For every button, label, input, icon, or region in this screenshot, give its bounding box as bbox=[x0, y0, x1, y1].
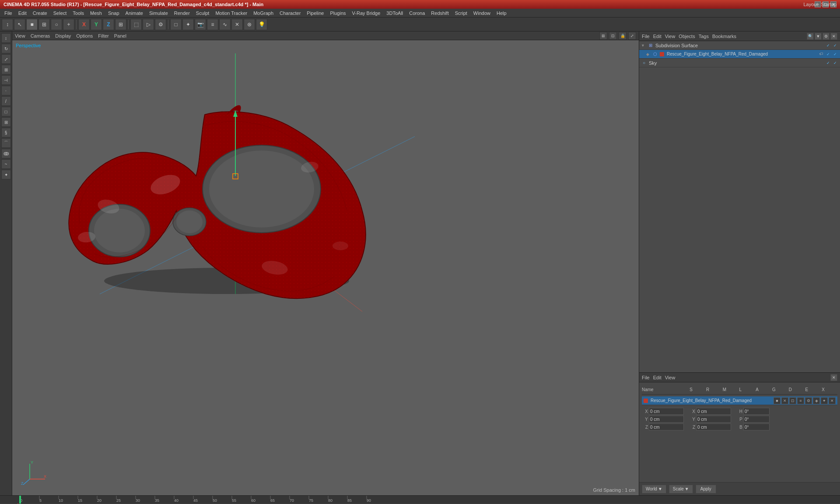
attr-icon-3[interactable]: ⊡ bbox=[789, 397, 796, 404]
menu-window[interactable]: Window bbox=[471, 10, 493, 17]
left-tool-move[interactable]: ↕ bbox=[1, 33, 11, 43]
attr-close-icon[interactable]: ✕ bbox=[830, 374, 837, 381]
p-input[interactable] bbox=[743, 416, 770, 423]
menu-snap[interactable]: Snap bbox=[105, 10, 122, 17]
obj-menu-edit[interactable]: Edit bbox=[653, 34, 662, 39]
viewport-menu-view[interactable]: View bbox=[15, 33, 25, 38]
toolbar-null[interactable]: ✕ bbox=[231, 19, 243, 30]
left-tool-mirror[interactable]: ⊣ bbox=[1, 75, 11, 85]
object-row-sky[interactable]: ○ Sky ✓ ✓ bbox=[639, 59, 840, 67]
toolbar-floor[interactable]: ≡ bbox=[207, 19, 218, 30]
x-rot-input[interactable] bbox=[696, 408, 731, 415]
menu-select[interactable]: Select bbox=[51, 10, 70, 17]
scale-button[interactable]: Scale ▼ bbox=[669, 485, 693, 494]
toolbar-select-btn[interactable]: ↖ bbox=[14, 19, 25, 30]
world-button[interactable]: World ▼ bbox=[642, 485, 666, 494]
toolbar-z-btn[interactable]: Z bbox=[103, 19, 114, 30]
toolbar-camera[interactable]: 📷 bbox=[195, 19, 206, 30]
left-tool-scale[interactable]: ⤢ bbox=[1, 54, 11, 64]
attr-icon-7[interactable]: ✦ bbox=[821, 397, 828, 404]
y-pos-input[interactable] bbox=[649, 416, 684, 423]
left-tool-5[interactable]: § bbox=[1, 128, 11, 137]
obj-menu-view[interactable]: View bbox=[665, 34, 676, 39]
menu-corona[interactable]: Corona bbox=[406, 10, 427, 17]
rescue-visible-icon[interactable]: ✓ bbox=[825, 51, 831, 57]
attr-object-row[interactable]: Rescue_Figure_Eight_Belay_NFPA_Red_Damag… bbox=[642, 396, 837, 405]
attr-icon-8[interactable]: ✕ bbox=[829, 397, 836, 404]
left-tool-twist[interactable]: ↂ bbox=[1, 149, 11, 158]
menu-render[interactable]: Render bbox=[172, 10, 192, 17]
z-pos-input[interactable] bbox=[649, 424, 684, 430]
toolbar-light[interactable]: ✦ bbox=[182, 19, 194, 30]
obj-menu-tags[interactable]: Tags bbox=[699, 34, 709, 39]
toolbar-render-settings[interactable]: ⚙ bbox=[155, 19, 166, 30]
menu-tools[interactable]: Tools bbox=[70, 10, 87, 17]
menu-redshift[interactable]: Redshift bbox=[428, 10, 451, 17]
b-input[interactable] bbox=[743, 424, 770, 430]
left-tool-rotate[interactable]: ↻ bbox=[1, 44, 11, 53]
menu-motion-tracker[interactable]: Motion Tracker bbox=[213, 10, 250, 17]
toolbar-live-select[interactable]: ■ bbox=[26, 19, 38, 30]
apply-button[interactable]: Apply bbox=[696, 485, 716, 494]
obj-menu-objects[interactable]: Objects bbox=[679, 34, 695, 39]
menu-vray[interactable]: V-Ray Bridge bbox=[350, 10, 383, 17]
menu-plugins[interactable]: Plugins bbox=[327, 10, 348, 17]
y-rot-input[interactable] bbox=[696, 416, 731, 423]
left-tool-bend[interactable]: ⌒ bbox=[1, 138, 11, 148]
viewport-fit-all[interactable]: ⊞ bbox=[599, 32, 607, 40]
menu-3dto[interactable]: 3DToAll bbox=[384, 10, 406, 17]
sky-render-icon[interactable]: ✓ bbox=[832, 60, 838, 66]
menu-pipeline[interactable]: Pipeline bbox=[304, 10, 326, 17]
toolbar-all-btn[interactable]: ⊞ bbox=[115, 19, 126, 30]
viewport-lock[interactable]: 🔒 bbox=[619, 32, 626, 40]
toolbar-circle-select[interactable]: ○ bbox=[51, 19, 62, 30]
left-tool-points[interactable]: · bbox=[1, 86, 11, 95]
viewport-3d[interactable]: Perspective Grid Spacing : 1 cm Y X Z bbox=[12, 40, 639, 495]
viewport-menu-display[interactable]: Display bbox=[55, 33, 71, 38]
toolbar-add-btn[interactable]: + bbox=[63, 19, 74, 30]
attr-icon-6[interactable]: ◈ bbox=[813, 397, 820, 404]
menu-file[interactable]: File bbox=[2, 10, 15, 17]
left-tool-polys[interactable]: □ bbox=[1, 107, 11, 116]
left-tool-sculpt[interactable]: ✦ bbox=[1, 170, 11, 179]
object-row-rescue[interactable]: ◆ ⬡ Rescue_Figure_Eight_Belay_NFPA_Red_D… bbox=[639, 50, 840, 59]
rescue-tag-icon[interactable]: 🏷 bbox=[818, 51, 824, 57]
viewport-menu-options[interactable]: Options bbox=[76, 33, 93, 38]
menu-script[interactable]: Script bbox=[452, 10, 470, 17]
left-tool-smooth[interactable]: ~ bbox=[1, 159, 11, 169]
toolbar-atom[interactable]: ⊛ bbox=[244, 19, 255, 30]
toolbar-mode-btn[interactable]: ↕ bbox=[2, 19, 13, 30]
x-pos-input[interactable] bbox=[649, 408, 684, 415]
obj-close-icon[interactable]: ✕ bbox=[830, 33, 837, 40]
z-rot-input[interactable] bbox=[696, 424, 731, 430]
rescue-render-icon[interactable]: ✓ bbox=[832, 51, 838, 57]
attr-menu-file[interactable]: File bbox=[642, 375, 650, 380]
toolbar-bulb[interactable]: 💡 bbox=[256, 19, 267, 30]
viewport-maximize[interactable]: ⤢ bbox=[628, 32, 636, 40]
object-row-subdivision[interactable]: ▼ ⊞ Subdivision Surface ✓ ✓ bbox=[639, 41, 840, 50]
menu-mograph[interactable]: MoGraph bbox=[251, 10, 276, 17]
toolbar-render-viewport[interactable]: ▷ bbox=[143, 19, 154, 30]
sky-visible-icon[interactable]: ✓ bbox=[825, 60, 831, 66]
toolbar-x-btn[interactable]: X bbox=[78, 19, 90, 30]
attr-icon-1[interactable]: ■ bbox=[774, 397, 780, 404]
obj-menu-file[interactable]: File bbox=[642, 34, 650, 39]
left-tool-uv[interactable]: ⊞ bbox=[1, 117, 11, 127]
attr-icon-5[interactable]: ⚙ bbox=[805, 397, 812, 404]
subdivision-render-icon[interactable]: ✓ bbox=[832, 42, 838, 49]
obj-filter-icon[interactable]: ▼ bbox=[815, 33, 822, 40]
menu-edit[interactable]: Edit bbox=[16, 10, 29, 17]
obj-search-icon[interactable]: 🔍 bbox=[807, 33, 814, 40]
menu-mesh[interactable]: Mesh bbox=[88, 10, 105, 17]
toolbar-y-btn[interactable]: Y bbox=[91, 19, 102, 30]
viewport-menu-panel[interactable]: Panel bbox=[114, 33, 126, 38]
menu-simulate[interactable]: Simulate bbox=[147, 10, 171, 17]
left-tool-edges[interactable]: / bbox=[1, 96, 11, 106]
obj-settings-icon[interactable]: ⚙ bbox=[822, 33, 830, 40]
toolbar-rectangle-select[interactable]: ⊞ bbox=[38, 19, 50, 30]
viewport-menu-filter[interactable]: Filter bbox=[98, 33, 108, 38]
attr-menu-view[interactable]: View bbox=[665, 375, 676, 380]
viewport-menu-cameras[interactable]: Cameras bbox=[31, 33, 50, 38]
menu-animate[interactable]: Animate bbox=[123, 10, 146, 17]
menu-create[interactable]: Create bbox=[30, 10, 50, 17]
